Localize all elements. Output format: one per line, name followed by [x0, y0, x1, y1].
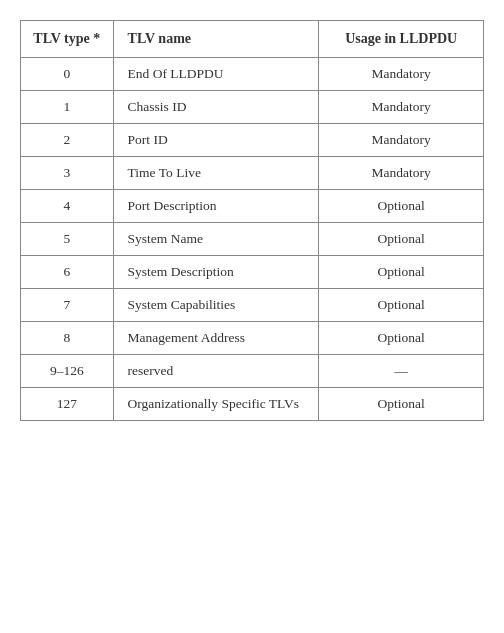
table-row: 2Port IDMandatory [21, 123, 484, 156]
cell-type: 1 [21, 90, 114, 123]
table-row: 3Time To LiveMandatory [21, 156, 484, 189]
cell-name: End Of LLDPDU [113, 57, 319, 90]
cell-type: 2 [21, 123, 114, 156]
table-row: 1Chassis IDMandatory [21, 90, 484, 123]
cell-usage: Mandatory [319, 156, 484, 189]
table-row: 9–126reserved— [21, 354, 484, 387]
cell-usage: Mandatory [319, 123, 484, 156]
cell-usage: Optional [319, 189, 484, 222]
cell-type: 3 [21, 156, 114, 189]
table-row: 7System CapabilitiesOptional [21, 288, 484, 321]
cell-type: 9–126 [21, 354, 114, 387]
header-name: TLV name [113, 21, 319, 58]
cell-type: 6 [21, 255, 114, 288]
cell-usage: Mandatory [319, 57, 484, 90]
cell-name: Organizationally Specific TLVs [113, 387, 319, 420]
cell-name: System Capabilities [113, 288, 319, 321]
cell-type: 8 [21, 321, 114, 354]
table-row: 4Port DescriptionOptional [21, 189, 484, 222]
cell-name: Management Address [113, 321, 319, 354]
cell-usage: Optional [319, 387, 484, 420]
cell-usage: — [319, 354, 484, 387]
cell-type: 4 [21, 189, 114, 222]
cell-usage: Optional [319, 321, 484, 354]
cell-name: Time To Live [113, 156, 319, 189]
cell-name: System Description [113, 255, 319, 288]
table-row: 127Organizationally Specific TLVsOptiona… [21, 387, 484, 420]
table-row: 8Management AddressOptional [21, 321, 484, 354]
table-row: 6System DescriptionOptional [21, 255, 484, 288]
cell-type: 127 [21, 387, 114, 420]
cell-name: reserved [113, 354, 319, 387]
cell-type: 5 [21, 222, 114, 255]
cell-name: Port ID [113, 123, 319, 156]
cell-name: Chassis ID [113, 90, 319, 123]
tlv-table: TLV type * TLV name Usage in LLDPDU 0End… [20, 20, 484, 421]
table-header-row: TLV type * TLV name Usage in LLDPDU [21, 21, 484, 58]
cell-usage: Optional [319, 288, 484, 321]
cell-name: Port Description [113, 189, 319, 222]
cell-usage: Optional [319, 255, 484, 288]
header-usage: Usage in LLDPDU [319, 21, 484, 58]
table-row: 0End Of LLDPDUMandatory [21, 57, 484, 90]
header-type: TLV type * [21, 21, 114, 58]
cell-name: System Name [113, 222, 319, 255]
cell-usage: Optional [319, 222, 484, 255]
cell-type: 7 [21, 288, 114, 321]
cell-usage: Mandatory [319, 90, 484, 123]
table-row: 5System NameOptional [21, 222, 484, 255]
cell-type: 0 [21, 57, 114, 90]
